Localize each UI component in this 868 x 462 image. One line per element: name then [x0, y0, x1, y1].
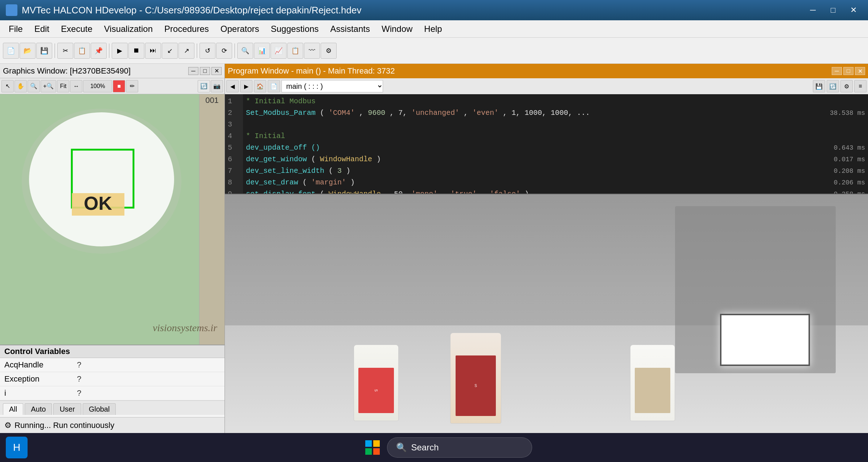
program-minimize[interactable]: ─ — [832, 67, 842, 75]
p-more[interactable]: ≡ — [854, 80, 867, 92]
p-home[interactable]: 🏠 — [254, 80, 266, 92]
graphics-toolbar: ↖ ✋ 🔍 +🔍 Fit ↔ 100% ■ ✏ 🔃 📷 — [0, 78, 225, 94]
g-draw[interactable]: ✏ — [126, 80, 138, 92]
menu-assistants[interactable]: Assistants — [325, 20, 376, 37]
menu-edit[interactable]: Edit — [29, 20, 55, 37]
svg-rect-6 — [373, 440, 380, 447]
code-time-7: 0.208 ms — [800, 165, 865, 177]
toolbar-cut[interactable]: ✂ — [57, 43, 73, 59]
g-zoom-in[interactable]: +🔍 — [41, 80, 56, 92]
cv-tab-auto[interactable]: Auto — [25, 403, 52, 415]
cv-name-exception: Exception — [4, 374, 77, 384]
search-label: Search — [411, 442, 439, 453]
toolbar-run-cont[interactable]: ⟳ — [216, 43, 232, 59]
toolbar-stop[interactable]: ⏹ — [128, 43, 144, 59]
toolbar-step-out[interactable]: ↗ — [178, 43, 194, 59]
code-area: 1 2 3 4 5 6 7 8 9 * Initial Modbus — [225, 94, 868, 193]
toolbar-sep-2 — [109, 43, 110, 58]
window-title: MVTec HALCON HDevelop - C:/Users/98936/D… — [22, 5, 361, 16]
g-fit-label[interactable]: Fit — [57, 80, 69, 92]
line-num-9: 9 — [228, 188, 240, 193]
cv-tab-global[interactable]: Global — [83, 403, 116, 415]
line-num-2: 2 — [228, 107, 240, 119]
toolbar-reset[interactable]: ↺ — [199, 43, 215, 59]
menu-execute[interactable]: Execute — [55, 20, 98, 37]
code-line-1: * Initial Modbus — [246, 96, 865, 107]
p-forward[interactable]: ▶ — [240, 80, 252, 92]
toolbar-step-in[interactable]: ↙ — [162, 43, 178, 59]
g-flip-h[interactable]: ↔ — [70, 80, 82, 92]
graphics-window-title: Graphics Window: [H2370BE35490] — [3, 66, 131, 76]
line-num-1: 1 — [228, 96, 240, 107]
line-num-6: 6 — [228, 154, 240, 165]
graphics-close[interactable]: ✕ — [211, 67, 222, 75]
windows-start[interactable] — [364, 439, 381, 456]
toolbar-profile[interactable]: 〰 — [304, 43, 320, 59]
cv-value-i: ? — [77, 388, 81, 398]
toolbar-step[interactable]: ⏭ — [145, 43, 161, 59]
g-pointer[interactable]: ↖ — [1, 80, 14, 92]
toolbar-run[interactable]: ▶ — [112, 43, 128, 59]
taskbar-search-bar[interactable]: 🔍 Search — [387, 437, 532, 458]
menu-procedures[interactable]: Procedures — [159, 20, 215, 37]
code-time-6: 0.017 ms — [800, 154, 865, 165]
taskbar-halcon-app[interactable]: H — [6, 437, 28, 458]
toolbar-bar-chart[interactable]: 📈 — [271, 43, 287, 59]
code-content[interactable]: * Initial Modbus Set_Modbus_Param ( 'COM… — [243, 94, 868, 193]
control-variables-panel: Control Variables AcqHandle ? Exception … — [0, 345, 225, 417]
g-pan[interactable]: ✋ — [15, 80, 27, 92]
program-dropdown[interactable]: main ( : : : ) — [281, 80, 383, 92]
toolbar-copy[interactable]: 📋 — [74, 43, 90, 59]
line-num-8: 8 — [228, 177, 240, 188]
p-refresh[interactable]: 🔃 — [827, 80, 839, 92]
p-back[interactable]: ◀ — [226, 80, 239, 92]
menu-suggestions[interactable]: Suggestions — [265, 20, 325, 37]
graphics-maximize[interactable]: □ — [200, 67, 210, 75]
p-save[interactable]: 💾 — [813, 80, 825, 92]
cv-tab-user[interactable]: User — [53, 403, 81, 415]
code-line-7: dev_set_line_width ( 3 ) 0.208 ms — [246, 165, 865, 177]
toolbar-graph[interactable]: 📊 — [254, 43, 270, 59]
maximize-button[interactable]: □ — [824, 4, 842, 17]
g-refresh[interactable]: 🔃 — [198, 80, 210, 92]
program-window-title: Program Window - main () - Main Thread: … — [228, 66, 395, 76]
close-button[interactable]: ✕ — [845, 4, 862, 17]
toolbar-zoom-in[interactable]: 🔍 — [237, 43, 253, 59]
graphics-minimize[interactable]: ─ — [188, 67, 198, 75]
bottle-1-label: S — [358, 368, 394, 413]
menu-window[interactable]: Window — [376, 20, 418, 37]
program-maximize[interactable]: □ — [843, 67, 853, 75]
p-settings2[interactable]: ⚙ — [840, 80, 853, 92]
bottle-2-label: S — [456, 355, 496, 416]
watermark: visionsystems.ir — [153, 322, 217, 334]
toolbar-settings[interactable]: ⚙ — [321, 43, 337, 59]
program-title-controls: ─ □ ✕ — [832, 67, 865, 75]
toolbar-new[interactable]: 📄 — [3, 43, 19, 59]
cv-value-exception: ? — [77, 374, 81, 384]
toolbar-open[interactable]: 📂 — [20, 43, 36, 59]
svg-rect-5 — [365, 440, 372, 447]
code-text-5: dev_update_off () — [246, 142, 800, 154]
menu-help[interactable]: Help — [418, 20, 448, 37]
line-num-7: 7 — [228, 165, 240, 177]
program-close[interactable]: ✕ — [855, 67, 865, 75]
minimize-button[interactable]: ─ — [804, 4, 822, 17]
line-num-5: 5 — [228, 142, 240, 154]
p-prog-icon[interactable]: 📄 — [268, 80, 280, 92]
toolbar-save[interactable]: 💾 — [36, 43, 52, 59]
menu-file[interactable]: File — [3, 20, 29, 37]
g-zoom[interactable]: 🔍 — [28, 80, 40, 92]
line-number-label: 001 — [205, 96, 219, 105]
menu-bar: File Edit Execute Visualization Procedur… — [0, 20, 868, 38]
menu-visualization[interactable]: Visualization — [98, 20, 159, 37]
menu-operators[interactable]: Operators — [215, 20, 265, 37]
toolbar-paste[interactable]: 📌 — [91, 43, 107, 59]
halcon-icon: H — [13, 442, 20, 453]
g-zoom-pct[interactable]: 100% — [83, 80, 112, 92]
code-text-2: Set_Modbus_Param ( 'COM4' , 9600 , 7, 'u… — [246, 107, 800, 119]
toolbar-table[interactable]: 📋 — [287, 43, 303, 59]
g-color[interactable]: ■ — [113, 80, 125, 92]
g-snapshot[interactable]: 📷 — [211, 80, 223, 92]
cv-tab-all[interactable]: All — [3, 403, 23, 415]
svg-rect-7 — [365, 448, 372, 455]
